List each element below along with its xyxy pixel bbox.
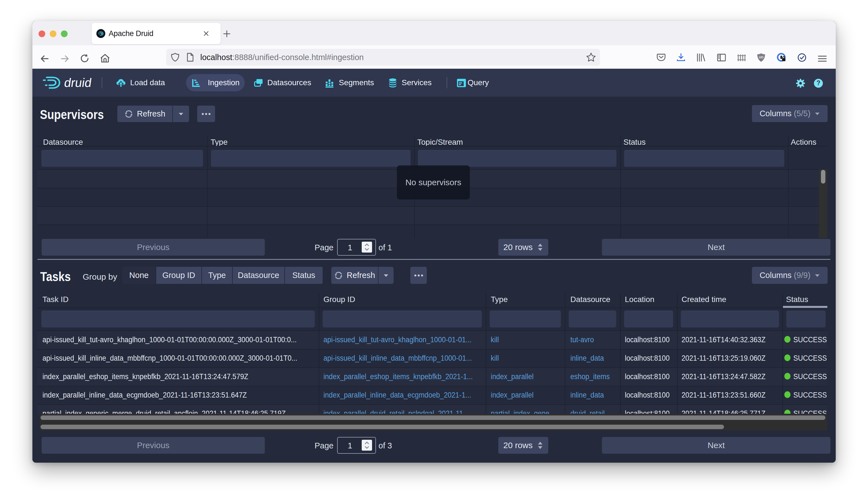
svg-text:UO: UO [759, 56, 764, 59]
svg-text:?: ? [816, 79, 820, 87]
